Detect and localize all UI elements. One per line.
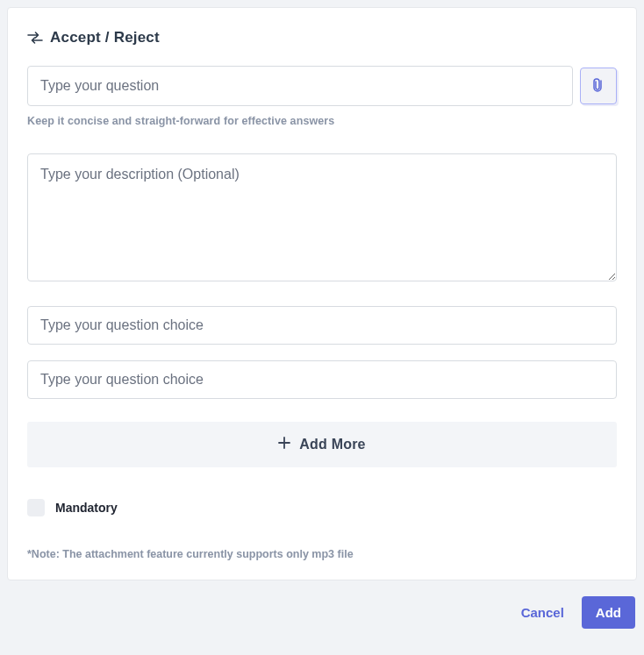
add-button[interactable]: Add [582, 596, 635, 629]
mandatory-label: Mandatory [55, 501, 118, 515]
attach-button[interactable] [580, 68, 617, 104]
accept-reject-icon [27, 32, 43, 44]
attachment-note: *Note: The attachment feature currently … [27, 548, 617, 560]
footer: Cancel Add [7, 596, 637, 629]
choice-input-1[interactable] [27, 306, 617, 345]
plus-icon [278, 437, 290, 452]
choice-input-2[interactable] [27, 360, 617, 399]
question-row [27, 66, 617, 106]
mandatory-checkbox[interactable] [27, 499, 45, 516]
cancel-button[interactable]: Cancel [518, 598, 568, 627]
card-header: Accept / Reject [27, 29, 617, 46]
question-hint: Keep it concise and straight-forward for… [27, 115, 617, 127]
paperclip-icon [591, 77, 605, 96]
card-title: Accept / Reject [50, 29, 160, 46]
form-card: Accept / Reject Keep it concise and stra… [7, 7, 637, 580]
description-input[interactable] [27, 153, 617, 281]
mandatory-row: Mandatory [27, 499, 617, 516]
question-input[interactable] [27, 66, 573, 106]
add-more-button[interactable]: Add More [27, 422, 617, 467]
add-more-label: Add More [299, 437, 365, 452]
